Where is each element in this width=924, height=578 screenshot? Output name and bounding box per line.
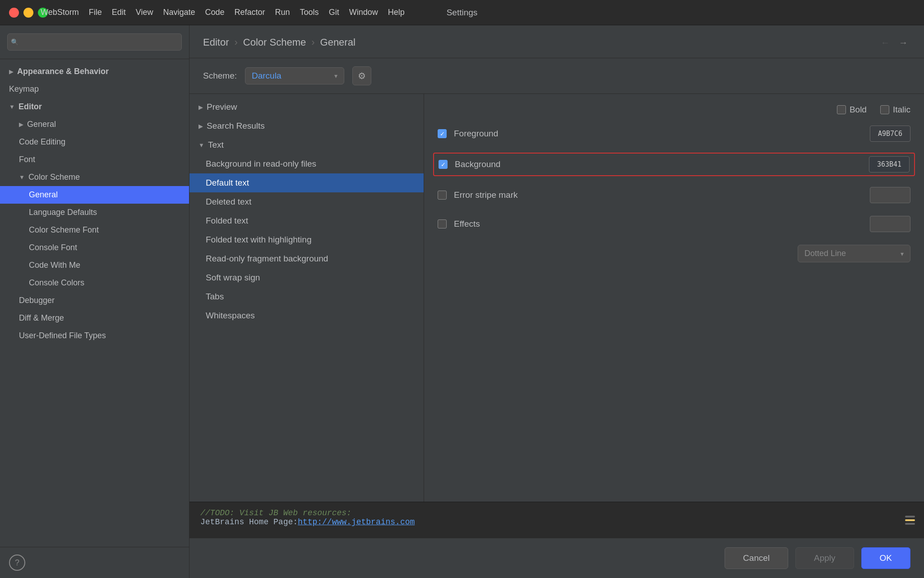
background-row: Background 363B41 bbox=[433, 153, 915, 176]
arrow-icon: ▼ bbox=[199, 142, 204, 149]
breadcrumb-editor: Editor bbox=[203, 37, 229, 48]
menu-git[interactable]: Git bbox=[329, 8, 339, 17]
menu-file[interactable]: File bbox=[89, 8, 102, 17]
tree-item-search-results[interactable]: ▶ Search Results bbox=[189, 117, 424, 135]
effects-row: Effects bbox=[438, 214, 910, 234]
sidebar-item-console-colors[interactable]: Console Colors bbox=[0, 274, 189, 292]
arrow-icon: ▶ bbox=[199, 123, 203, 130]
arrow-icon: ▼ bbox=[9, 103, 15, 110]
breadcrumb-general: General bbox=[320, 37, 356, 48]
sidebar-tree: ▶ Appearance & Behavior Keymap ▼ Editor … bbox=[0, 59, 189, 547]
preview-line2: JetBrains Home Page: http://www.jetbrain… bbox=[200, 517, 913, 527]
arrow-icon: ▶ bbox=[19, 121, 23, 128]
sidebar-item-general[interactable]: ▶ General bbox=[0, 116, 189, 133]
ok-button[interactable]: OK bbox=[861, 547, 910, 569]
foreground-checkbox[interactable] bbox=[438, 129, 447, 138]
sidebar-item-code-with-me[interactable]: Code With Me bbox=[0, 256, 189, 274]
arrow-icon: ▶ bbox=[9, 68, 14, 75]
tree-item-whitespaces[interactable]: Whitespaces bbox=[189, 306, 424, 325]
bold-checkbox[interactable] bbox=[837, 105, 846, 114]
sidebar-item-user-defined[interactable]: User-Defined File Types bbox=[0, 327, 189, 345]
sidebar-item-font[interactable]: Font bbox=[0, 151, 189, 168]
cancel-button[interactable]: Cancel bbox=[725, 547, 788, 569]
nav-arrows: ← → bbox=[878, 35, 910, 50]
tree-item-text[interactable]: ▼ Text bbox=[189, 135, 424, 154]
menu-navigate[interactable]: Navigate bbox=[163, 8, 195, 17]
apply-button[interactable]: Apply bbox=[795, 547, 854, 569]
minimize-button[interactable] bbox=[23, 8, 33, 18]
properties-panel: Bold Italic Foreground A9B7C6 bbox=[424, 94, 924, 502]
nav-back-button[interactable]: ← bbox=[878, 35, 892, 50]
scheme-gear-button[interactable]: ⚙ bbox=[352, 66, 371, 85]
search-input[interactable] bbox=[7, 33, 182, 51]
preview-link: http://www.jetbrains.com bbox=[298, 517, 415, 527]
content-header: Editor › Color Scheme › General ← → bbox=[189, 25, 924, 58]
menu-view[interactable]: View bbox=[136, 8, 153, 17]
tree-item-tabs[interactable]: Tabs bbox=[189, 287, 424, 306]
tree-item-deleted-text[interactable]: Deleted text bbox=[189, 192, 424, 211]
sidebar-item-keymap[interactable]: Keymap bbox=[0, 80, 189, 98]
sidebar-item-color-scheme-font[interactable]: Color Scheme Font bbox=[0, 221, 189, 239]
breadcrumb-sep-2: › bbox=[311, 37, 314, 48]
effects-checkbox[interactable] bbox=[438, 219, 447, 228]
arrow-icon: ▶ bbox=[199, 104, 203, 111]
sidebar-item-color-scheme[interactable]: ▼ Color Scheme bbox=[0, 168, 189, 186]
bold-item: Bold bbox=[837, 105, 867, 115]
italic-checkbox[interactable] bbox=[880, 105, 889, 114]
sidebar-item-console-font[interactable]: Console Font bbox=[0, 239, 189, 256]
chevron-down-icon: ▾ bbox=[334, 72, 337, 79]
background-color-swatch[interactable]: 363B41 bbox=[869, 156, 910, 172]
breadcrumb-color-scheme: Color Scheme bbox=[243, 37, 306, 48]
menu-webstorm[interactable]: WebStorm bbox=[41, 8, 79, 17]
help-button[interactable]: ? bbox=[9, 555, 25, 571]
foreground-color-swatch[interactable]: A9B7C6 bbox=[870, 126, 910, 142]
preview-area: //TODO: Visit JB Web resources: JetBrain… bbox=[189, 502, 924, 538]
sidebar-item-debugger[interactable]: Debugger bbox=[0, 292, 189, 309]
sidebar-item-general-child[interactable]: General bbox=[0, 186, 189, 204]
scheme-label: Scheme: bbox=[203, 71, 237, 81]
foreground-label: Foreground bbox=[454, 129, 863, 139]
content-area: Editor › Color Scheme › General ← → Sche… bbox=[189, 25, 924, 578]
sidebar-item-code-editing[interactable]: Code Editing bbox=[0, 133, 189, 151]
close-button[interactable] bbox=[9, 8, 19, 18]
sidebar-item-language-defaults[interactable]: Language Defaults bbox=[0, 204, 189, 221]
foreground-row: Foreground A9B7C6 bbox=[438, 124, 910, 144]
error-stripe-label: Error stripe mark bbox=[454, 190, 863, 200]
sidebar-item-editor[interactable]: ▼ Editor bbox=[0, 98, 189, 116]
tree-item-folded-text[interactable]: Folded text bbox=[189, 211, 424, 230]
window-title: Settings bbox=[447, 8, 478, 18]
scheme-value: Darcula bbox=[252, 71, 331, 81]
tree-item-default-text[interactable]: Default text bbox=[189, 173, 424, 192]
menu-window[interactable]: Window bbox=[349, 8, 378, 17]
menu-tools[interactable]: Tools bbox=[300, 8, 319, 17]
sidebar: ▶ Appearance & Behavior Keymap ▼ Editor … bbox=[0, 25, 189, 578]
scheme-row: Scheme: Darcula ▾ ⚙ bbox=[189, 58, 924, 94]
error-stripe-color-swatch[interactable] bbox=[870, 187, 910, 203]
error-stripe-checkbox[interactable] bbox=[438, 191, 447, 200]
effects-dropdown-label: Dotted Line bbox=[804, 249, 846, 258]
menu-refactor[interactable]: Refactor bbox=[235, 8, 265, 17]
background-label: Background bbox=[455, 159, 862, 169]
tree-item-soft-wrap[interactable]: Soft wrap sign bbox=[189, 268, 424, 287]
tree-item-folded-highlighting[interactable]: Folded text with highlighting bbox=[189, 230, 424, 249]
scheme-dropdown[interactable]: Darcula ▾ bbox=[245, 67, 344, 84]
effects-label: Effects bbox=[454, 219, 863, 229]
sidebar-item-appearance[interactable]: ▶ Appearance & Behavior bbox=[0, 63, 189, 80]
effects-type-dropdown[interactable]: Dotted Line ▾ bbox=[798, 245, 910, 262]
menu-code[interactable]: Code bbox=[205, 8, 225, 17]
effects-color-swatch[interactable] bbox=[870, 216, 910, 232]
menu-run[interactable]: Run bbox=[275, 8, 290, 17]
background-checkbox[interactable] bbox=[439, 160, 448, 169]
tree-item-readonly-fragment[interactable]: Read-only fragment background bbox=[189, 249, 424, 268]
nav-forward-button[interactable]: → bbox=[896, 35, 910, 50]
bold-label: Bold bbox=[850, 105, 867, 115]
menu-help[interactable]: Help bbox=[388, 8, 405, 17]
titlebar: WebStorm File Edit View Navigate Code Re… bbox=[0, 0, 924, 25]
menu-edit[interactable]: Edit bbox=[112, 8, 126, 17]
error-stripe-row: Error stripe mark bbox=[438, 185, 910, 205]
tree-item-preview[interactable]: ▶ Preview bbox=[189, 98, 424, 117]
italic-label: Italic bbox=[893, 105, 910, 115]
tree-item-background-readonly[interactable]: Background in read-only files bbox=[189, 154, 424, 173]
sidebar-item-diff-merge[interactable]: Diff & Merge bbox=[0, 309, 189, 327]
breadcrumb: Editor › Color Scheme › General bbox=[203, 37, 356, 48]
